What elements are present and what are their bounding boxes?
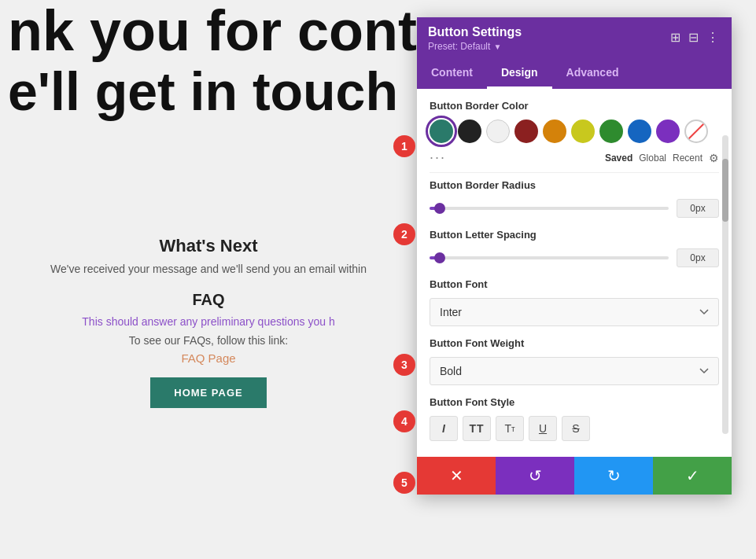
faq-page-link[interactable]: FAQ Page [24,351,393,365]
swatch-orange[interactable] [543,120,566,143]
color-settings-gear-icon[interactable]: ⚙ [709,152,719,164]
swatch-green[interactable] [599,120,623,143]
tab-content[interactable]: Content [417,58,487,89]
panel-header: Button Settings Preset: Default ▼ ⊞ ⊟ ⋮ [417,17,732,58]
step-badge-1: 1 [393,135,415,157]
swatch-yellow[interactable] [571,120,595,143]
color-section-label: Button Border Color [430,100,719,112]
font-weight-section: Button Font Weight Thin Light Regular Me… [430,337,719,385]
resize-icon[interactable]: ⊞ [669,28,682,46]
font-weight-label: Button Font Weight [430,337,719,349]
body-bottom-spacer [430,441,719,457]
swatch-teal[interactable] [430,120,453,143]
saved-global-recent: Saved Global Recent ⚙ [605,152,719,164]
letter-spacing-slider-row: 0px [430,248,719,267]
undo-button[interactable]: ↺ [496,457,574,495]
swatch-blue[interactable] [628,120,651,143]
swatch-none[interactable] [684,120,708,143]
scrollbar-thumb[interactable] [722,159,728,222]
font-section: Button Font Inter Arial Georgia Roboto [430,278,719,326]
recent-label[interactable]: Recent [673,153,703,164]
heading-line1: nk you for contactin [0,0,417,62]
faq-desc: This should answer any preliminary quest… [24,315,393,328]
capitalize-button[interactable]: Tт [496,416,524,441]
whats-next-title: What's Next [24,236,393,256]
redo-button[interactable]: ↻ [574,457,653,495]
font-label: Button Font [430,278,719,290]
panel-body: Button Border Color ··· Saved Global Rec… [417,89,732,457]
step-badge-5: 5 [393,472,415,494]
swatch-white[interactable] [486,120,510,143]
home-page-button[interactable]: HOME PAGE [150,377,267,408]
step-badge-2: 2 [393,223,415,245]
border-radius-track[interactable] [430,207,669,210]
font-weight-select[interactable]: Thin Light Regular Medium Bold Extra Bol… [430,357,719,385]
swatch-purple[interactable] [656,120,680,143]
color-more-row: ··· Saved Global Recent ⚙ [430,149,719,166]
panel-scrollbar[interactable] [722,135,728,434]
save-button[interactable]: ✓ [653,457,732,495]
panel-header-icons: ⊞ ⊟ ⋮ [669,28,721,46]
color-swatch-row [430,120,719,143]
more-icon[interactable]: ⋮ [705,28,721,46]
layout-icon[interactable]: ⊟ [687,28,700,46]
page-background-heading: nk you for contactin e'll get in touch [0,0,417,121]
font-select[interactable]: Inter Arial Georgia Roboto [430,298,719,326]
swatch-black[interactable] [458,120,481,143]
global-label[interactable]: Global [639,153,666,164]
panel-footer: ✕ ↺ ↻ ✓ [417,457,732,495]
font-style-button-row: I TT Tт U S [430,416,719,441]
underline-button[interactable]: U [529,416,557,441]
letter-spacing-section: Button Letter Spacing 0px [430,229,719,267]
strikethrough-button[interactable]: S [562,416,590,441]
cancel-button[interactable]: ✕ [417,457,496,495]
tab-design[interactable]: Design [487,58,552,89]
border-radius-slider-row: 0px [430,199,719,218]
faq-title: FAQ [24,291,393,309]
border-radius-label: Button Border Radius [430,179,719,191]
heading-line2: e'll get in touch [0,62,417,121]
letter-spacing-thumb[interactable] [434,252,445,263]
font-style-label: Button Font Style [430,396,719,408]
button-settings-panel: Button Settings Preset: Default ▼ ⊞ ⊟ ⋮ … [417,17,732,495]
step-badge-3: 3 [393,354,415,376]
step-badge-4: 4 [393,410,415,432]
italic-button[interactable]: I [430,416,458,441]
panel-preset[interactable]: Preset: Default ▼ [428,41,522,52]
preset-dropdown-arrow: ▼ [493,42,501,51]
letter-spacing-value[interactable]: 0px [677,248,719,267]
border-radius-section: Button Border Radius 0px [430,179,719,218]
panel-tabs: Content Design Advanced [417,58,732,89]
panel-title: Button Settings [428,25,522,39]
border-radius-value[interactable]: 0px [677,199,719,218]
tab-advanced[interactable]: Advanced [552,58,633,89]
swatch-dark-red[interactable] [514,120,538,143]
font-style-section: Button Font Style I TT Tт U S [430,396,719,441]
faq-link-label: To see our FAQs, follow this link: [24,334,393,347]
letter-spacing-label: Button Letter Spacing [430,229,719,241]
letter-spacing-track[interactable] [430,256,669,259]
uppercase-button[interactable]: TT [463,416,491,441]
more-colors-dots[interactable]: ··· [430,149,446,166]
divider-1 [430,172,719,173]
panel-header-left: Button Settings Preset: Default ▼ [428,25,522,58]
saved-label: Saved [605,153,632,164]
whats-next-desc: We've received your message and we'll se… [24,263,393,275]
border-radius-thumb[interactable] [434,203,445,214]
